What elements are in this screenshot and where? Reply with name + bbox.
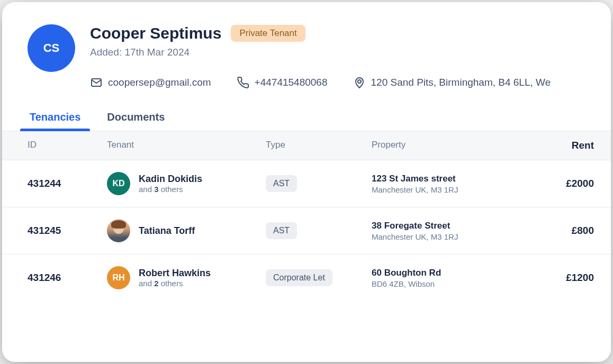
phone-value: +447415480068: [255, 77, 328, 88]
tenant-name: Kadin Dokidis: [139, 174, 202, 185]
row-id: 431244: [28, 178, 107, 189]
table-row[interactable]: 431246RHRobert Hawkinsand 2 othersCorpor…: [2, 254, 611, 301]
tenant-others: and 2 others: [139, 279, 211, 288]
duration-value: 6 mo: [594, 178, 611, 189]
tenant-avatar: [107, 219, 130, 242]
contact-row: coopersep@gmail.com +447415480068 120 Sa…: [90, 76, 585, 89]
row-id: 431245: [28, 225, 107, 236]
tenant-type-badge: Private Tenant: [231, 25, 305, 42]
table-header: ID Tenant Type Property Rent Dur: [2, 131, 611, 160]
profile-card: CS Cooper Septimus Private Tenant Added:…: [2, 2, 611, 362]
profile-header: CS Cooper Septimus Private Tenant Added:…: [2, 2, 611, 104]
tab-documents[interactable]: Documents: [105, 104, 167, 131]
tenant-name: Tatiana Torff: [139, 225, 195, 236]
type-badge: AST: [266, 175, 297, 192]
tenant-cell: KDKadin Dokidisand 3 others: [107, 172, 266, 195]
address-value: 120 Sand Pits, Birmingham, B4 6LL, We: [371, 77, 551, 88]
type-badge: Corporate Let: [266, 269, 332, 286]
property-line1: 123 St James street: [372, 174, 525, 184]
row-id: 431246: [28, 272, 107, 284]
location-icon: [353, 76, 366, 89]
property-cell: 123 St James streetManchester UK, M3 1RJ: [372, 174, 525, 194]
property-cell: 60 Boughton RdBD6 4ZB, Wibson: [372, 268, 525, 288]
phone-icon: [237, 76, 249, 89]
tenant-others: and 3 others: [139, 185, 202, 194]
tenant-cell: Tatiana Torff: [107, 219, 266, 242]
property-line2: Manchester UK, M3 1RJ: [372, 232, 525, 241]
address-field[interactable]: 120 Sand Pits, Birmingham, B4 6LL, We: [353, 76, 551, 89]
phone-field[interactable]: +447415480068: [237, 76, 328, 89]
tab-tenancies[interactable]: Tenancies: [28, 104, 83, 131]
title-row: Cooper Septimus Private Tenant: [90, 24, 585, 42]
type-badge: AST: [266, 222, 297, 239]
col-duration: Dur: [594, 140, 611, 151]
svg-point-1: [358, 80, 361, 83]
tenant-cell: RHRobert Hawkinsand 2 others: [107, 266, 266, 289]
tab-bar: Tenancies Documents: [2, 104, 611, 131]
col-property: Property: [372, 140, 525, 151]
tenant-avatar: KD: [107, 172, 130, 195]
col-tenant: Tenant: [107, 140, 266, 151]
table-row[interactable]: 431245Tatiana TorffAST38 Foregate Street…: [2, 207, 611, 254]
col-type: Type: [266, 140, 372, 151]
profile-name: Cooper Septimus: [90, 24, 221, 42]
property-line2: Manchester UK, M3 1RJ: [372, 185, 525, 194]
table-body: 431244KDKadin Dokidisand 3 othersAST123 …: [2, 160, 611, 301]
duration-value: 24 mo: [594, 272, 611, 284]
email-field[interactable]: coopersep@gmail.com: [90, 76, 211, 89]
rent-value: £2000: [525, 178, 594, 189]
duration-value: 18 mo: [594, 225, 611, 236]
col-id: ID: [28, 140, 107, 151]
table-row[interactable]: 431244KDKadin Dokidisand 3 othersAST123 …: [2, 160, 611, 207]
added-date: Added: 17th Mar 2024: [90, 47, 585, 58]
tenant-avatar: RH: [107, 266, 130, 289]
property-line1: 60 Boughton Rd: [372, 268, 525, 278]
col-rent: Rent: [525, 140, 594, 151]
mail-icon: [90, 76, 103, 89]
header-content: Cooper Septimus Private Tenant Added: 17…: [90, 24, 585, 89]
property-cell: 38 Foregate StreetManchester UK, M3 1RJ: [372, 221, 525, 241]
email-value: coopersep@gmail.com: [108, 77, 211, 88]
rent-value: £1200: [525, 272, 594, 284]
tenant-name: Robert Hawkins: [139, 268, 211, 279]
rent-value: £800: [525, 225, 594, 236]
avatar: CS: [28, 24, 75, 72]
property-line2: BD6 4ZB, Wibson: [372, 279, 525, 288]
property-line1: 38 Foregate Street: [372, 221, 525, 231]
